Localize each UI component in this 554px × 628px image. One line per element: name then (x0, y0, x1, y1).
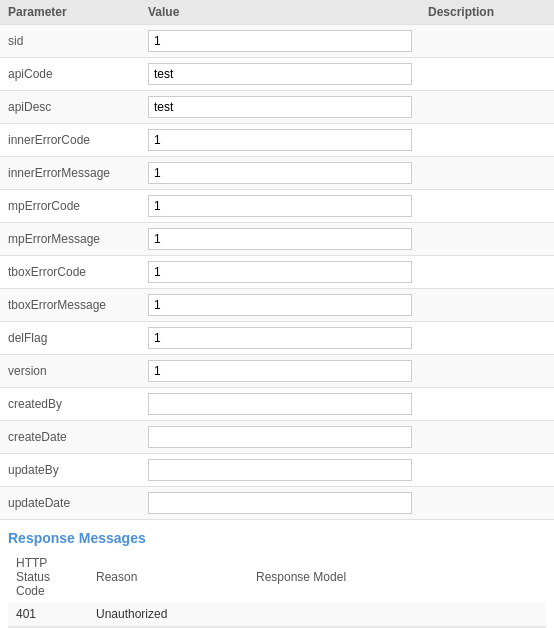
param-value-cell (140, 487, 420, 520)
table-row: updateDate (0, 487, 554, 520)
table-row: updateBy (0, 454, 554, 487)
param-value-cell (140, 454, 420, 487)
param-desc (420, 421, 554, 454)
param-desc (420, 487, 554, 520)
response-row: 401Unauthorized (8, 602, 546, 626)
param-desc (420, 256, 554, 289)
param-value-cell (140, 58, 420, 91)
param-value-cell (140, 124, 420, 157)
param-name: updateDate (0, 487, 140, 520)
param-name: updateBy (0, 454, 140, 487)
param-desc (420, 190, 554, 223)
param-value-input[interactable] (148, 195, 412, 217)
param-value-cell (140, 91, 420, 124)
param-name: apiDesc (0, 91, 140, 124)
param-value-cell (140, 25, 420, 58)
table-row: innerErrorMessage (0, 157, 554, 190)
param-value-input[interactable] (148, 30, 412, 52)
param-desc (420, 322, 554, 355)
param-value-input[interactable] (148, 459, 412, 481)
table-row: apiDesc (0, 91, 554, 124)
param-name: delFlag (0, 322, 140, 355)
table-row: sid (0, 25, 554, 58)
param-value-cell (140, 355, 420, 388)
param-name: tboxErrorMessage (0, 289, 140, 322)
col-header-parameter: Parameter (0, 0, 140, 25)
param-value-cell (140, 322, 420, 355)
table-row: mpErrorCode (0, 190, 554, 223)
param-value-input[interactable] (148, 327, 412, 349)
param-desc (420, 25, 554, 58)
resp-col-model: Response Model (248, 552, 546, 602)
param-value-input[interactable] (148, 360, 412, 382)
param-value-input[interactable] (148, 63, 412, 85)
table-row: mpErrorMessage (0, 223, 554, 256)
param-value-cell (140, 289, 420, 322)
response-reason: Unauthorized (88, 602, 248, 626)
param-desc (420, 58, 554, 91)
param-desc (420, 91, 554, 124)
param-desc (420, 454, 554, 487)
param-desc (420, 388, 554, 421)
table-row: tboxErrorCode (0, 256, 554, 289)
param-value-input[interactable] (148, 162, 412, 184)
params-table: Parameter Value Description sidapiCodeap… (0, 0, 554, 520)
param-value-input[interactable] (148, 261, 412, 283)
param-desc (420, 289, 554, 322)
param-name: version (0, 355, 140, 388)
param-value-cell (140, 157, 420, 190)
param-value-input[interactable] (148, 294, 412, 316)
col-header-value: Value (140, 0, 420, 25)
param-desc (420, 124, 554, 157)
param-desc (420, 157, 554, 190)
response-table: HTTP Status Code Reason Response Model 4… (8, 552, 546, 628)
param-value-input[interactable] (148, 129, 412, 151)
param-name: createdBy (0, 388, 140, 421)
table-row: createDate (0, 421, 554, 454)
param-value-cell (140, 256, 420, 289)
param-value-input[interactable] (148, 96, 412, 118)
table-row: innerErrorCode (0, 124, 554, 157)
param-value-cell (140, 421, 420, 454)
param-name: sid (0, 25, 140, 58)
table-row: createdBy (0, 388, 554, 421)
resp-col-reason: Reason (88, 552, 248, 602)
param-name: apiCode (0, 58, 140, 91)
table-row: apiCode (0, 58, 554, 91)
param-name: mpErrorCode (0, 190, 140, 223)
param-value-cell (140, 388, 420, 421)
param-desc (420, 355, 554, 388)
resp-col-status: HTTP Status Code (8, 552, 88, 602)
param-value-cell (140, 190, 420, 223)
table-row: delFlag (0, 322, 554, 355)
response-status-code: 401 (8, 602, 88, 626)
response-model (248, 602, 546, 626)
param-name: tboxErrorCode (0, 256, 140, 289)
response-messages-section: Response Messages HTTP Status Code Reaso… (0, 520, 554, 628)
response-table-header-row: HTTP Status Code Reason Response Model (8, 552, 546, 602)
param-value-input[interactable] (148, 228, 412, 250)
param-value-input[interactable] (148, 393, 412, 415)
col-header-description: Description (420, 0, 554, 25)
table-row: tboxErrorMessage (0, 289, 554, 322)
response-messages-title: Response Messages (8, 530, 546, 546)
param-value-input[interactable] (148, 492, 412, 514)
param-value-input[interactable] (148, 426, 412, 448)
table-row: version (0, 355, 554, 388)
param-value-cell (140, 223, 420, 256)
param-name: innerErrorCode (0, 124, 140, 157)
param-name: mpErrorMessage (0, 223, 140, 256)
param-name: createDate (0, 421, 140, 454)
param-name: innerErrorMessage (0, 157, 140, 190)
param-desc (420, 223, 554, 256)
